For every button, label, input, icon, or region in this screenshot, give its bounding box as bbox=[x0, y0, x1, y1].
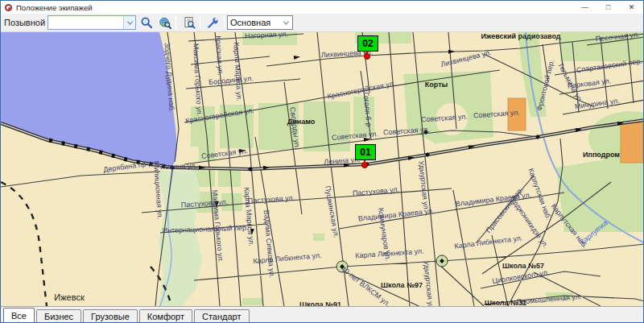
app-window: Положение экипажей — □ ✕ Позывной bbox=[0, 0, 644, 323]
print-preview-icon bbox=[183, 16, 196, 29]
marker-position-dot bbox=[364, 53, 370, 60]
tab-bar: ВсеБизнесГрузовыеКомфортСтандарт bbox=[1, 306, 643, 323]
toolbar-separator bbox=[224, 16, 225, 29]
tab-Грузовые[interactable]: Грузовые bbox=[83, 309, 138, 323]
marker-position-dot bbox=[361, 162, 368, 168]
vehicle-marker-02[interactable]: 02 bbox=[357, 35, 378, 52]
close-button[interactable]: ✕ bbox=[620, 1, 643, 14]
layer-dropdown-arrow-icon[interactable] bbox=[280, 16, 292, 29]
search-icon bbox=[140, 16, 153, 29]
tab-Комфорт[interactable]: Комфорт bbox=[139, 309, 192, 323]
map-drawing bbox=[1, 32, 644, 306]
map-search-button[interactable] bbox=[157, 14, 173, 31]
map-canvas[interactable]: Лихвинцева ул.Лихвинцева ул.Красногеройс… bbox=[1, 32, 644, 306]
print-preview-button[interactable] bbox=[181, 14, 197, 31]
minimize-button[interactable]: — bbox=[573, 1, 597, 14]
layer-selected-value: Основная bbox=[228, 18, 280, 27]
wrench-icon bbox=[207, 16, 220, 29]
map-search-icon bbox=[159, 16, 171, 29]
toolbar-separator bbox=[175, 16, 176, 29]
tab-Все[interactable]: Все bbox=[3, 308, 35, 323]
tab-Стандарт[interactable]: Стандарт bbox=[194, 309, 250, 323]
callsign-combobox[interactable] bbox=[47, 15, 136, 30]
window-controls: — □ ✕ bbox=[573, 1, 643, 14]
search-button[interactable] bbox=[138, 14, 155, 31]
callsign-dropdown-arrow-icon[interactable] bbox=[123, 16, 135, 29]
callsign-label: Позывной bbox=[4, 18, 45, 27]
toolbar-separator bbox=[200, 16, 200, 29]
maximize-button[interactable]: □ bbox=[597, 1, 620, 14]
app-icon bbox=[5, 4, 12, 11]
toolbar: Позывной bbox=[1, 14, 643, 32]
settings-button[interactable] bbox=[205, 14, 221, 31]
tab-Бизнес[interactable]: Бизнес bbox=[36, 309, 81, 323]
layer-combobox[interactable]: Основная bbox=[227, 15, 293, 30]
vehicle-marker-01[interactable]: 01 bbox=[355, 144, 376, 160]
title-bar: Положение экипажей — □ ✕ bbox=[1, 1, 643, 14]
window-title: Положение экипажей bbox=[16, 3, 93, 12]
callsign-input[interactable] bbox=[48, 16, 123, 29]
